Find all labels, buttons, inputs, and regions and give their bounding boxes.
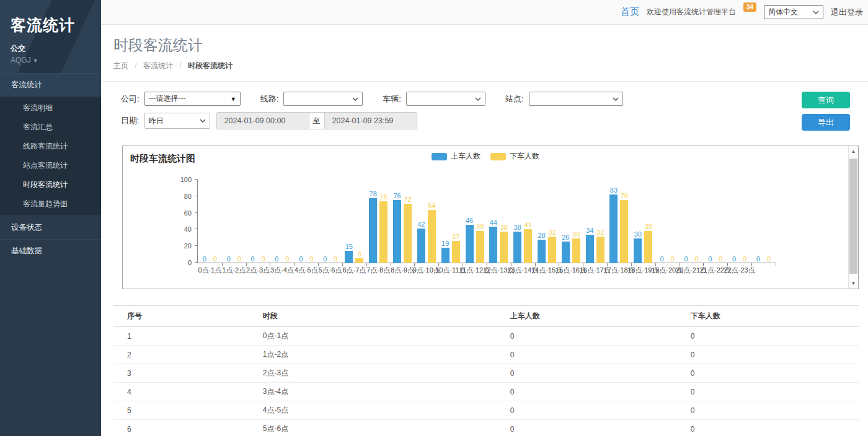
table-cell: 0: [504, 383, 684, 401]
chart-category-14点-15点: 283214点-15点: [535, 180, 559, 263]
y-axis-tick-label: 80: [169, 193, 192, 200]
sidebar-item-线路客流统计[interactable]: 线路客流统计: [0, 137, 101, 156]
legend-item-上车人数[interactable]: 上车人数: [432, 151, 480, 162]
y-axis-tick-label: 0: [169, 259, 192, 266]
breadcrumb-section[interactable]: 客流统计: [143, 61, 173, 70]
notification-badge[interactable]: 34: [743, 2, 756, 12]
bar-上车人数[interactable]: [345, 251, 353, 263]
bar-上车人数[interactable]: [489, 227, 497, 263]
sidebar-section-基础数据[interactable]: 基础数据: [0, 239, 101, 263]
sidebar-item-客流汇总[interactable]: 客流汇总: [0, 118, 101, 137]
bar-下车人数[interactable]: [379, 201, 388, 264]
bar-column: 0: [658, 255, 666, 263]
sidebar-item-客流量趋势图[interactable]: 客流量趋势图: [0, 194, 101, 214]
station-select[interactable]: [529, 92, 623, 106]
legend-label: 下车人数: [510, 151, 539, 162]
bar-column: 41: [524, 221, 532, 263]
export-button[interactable]: 导出: [802, 114, 850, 131]
bar-上车人数[interactable]: [393, 200, 401, 263]
scroll-up-icon[interactable]: ▲: [849, 149, 858, 154]
bar-上车人数[interactable]: [369, 198, 377, 263]
chart-category-1点-2点: 001点-2点: [222, 180, 246, 263]
sidebar-item-站点客流统计[interactable]: 站点客流统计: [0, 156, 101, 175]
sidebar-item-时段客流统计[interactable]: 时段客流统计: [0, 175, 101, 194]
chart-category-2点-3点: 002点-3点: [246, 180, 270, 263]
bar-上车人数[interactable]: [441, 248, 450, 263]
bar-value-label: 0: [213, 255, 217, 263]
bar-上车人数[interactable]: [466, 225, 474, 263]
chart-category-18点-19点: 303918点-19点: [631, 180, 655, 263]
date-preset-select[interactable]: 昨日: [144, 113, 210, 129]
scrollbar-thumb[interactable]: [849, 159, 857, 274]
sidebar-section-设备状态[interactable]: 设备状态: [0, 216, 101, 239]
bar-column: 0: [668, 255, 676, 263]
bar-下车人数[interactable]: [572, 238, 580, 263]
bar-下车人数[interactable]: [355, 258, 363, 263]
bar-下车人数[interactable]: [548, 237, 556, 263]
bar-value-label: 0: [694, 255, 698, 263]
table-cell: 0: [684, 327, 859, 346]
bar-column: 30: [572, 230, 580, 263]
bar-下车人数[interactable]: [404, 204, 412, 263]
bar-下车人数[interactable]: [596, 237, 604, 263]
bar-column: 32: [596, 229, 604, 263]
bar-上车人数[interactable]: [417, 229, 425, 263]
legend-item-下车人数[interactable]: 下车人数: [490, 151, 539, 162]
chart-category-20点-21点: 0020点-21点: [680, 180, 704, 263]
x-axis-tick-label: 2点-3点: [246, 266, 270, 275]
bar-下车人数[interactable]: [524, 229, 532, 263]
table-cell: 4: [113, 383, 257, 401]
bar-下车人数[interactable]: [500, 232, 508, 263]
bar-上车人数[interactable]: [562, 242, 570, 263]
bar-value-label: 0: [732, 255, 736, 263]
scroll-down-icon[interactable]: ▼: [849, 281, 858, 286]
y-axis-tick-label: 40: [169, 225, 192, 233]
query-button[interactable]: 查询: [802, 92, 850, 108]
bar-下车人数[interactable]: [644, 231, 652, 263]
language-select[interactable]: 简体中文: [764, 5, 823, 19]
org-name: 公交: [11, 43, 91, 54]
date-preset-value: 昨日: [149, 116, 164, 126]
bar-value-label: 0: [262, 255, 265, 263]
x-axis-tick-label: 8点-9点: [391, 266, 414, 275]
x-axis-tick-label: 3点-4点: [270, 266, 294, 275]
bar-column: 0: [693, 255, 701, 263]
bar-上车人数[interactable]: [513, 232, 521, 263]
logout-link[interactable]: 退出登录: [831, 7, 863, 18]
table-row: 21点-2点00: [113, 346, 859, 364]
topbar: 首页 欢迎使用客流统计管理平台 34 简体中文 退出登录: [101, 0, 868, 25]
date-to-input[interactable]: 2024-01-09 23:59: [325, 113, 417, 129]
org-code-dropdown[interactable]: AQGJ▼: [11, 56, 91, 64]
home-link[interactable]: 首页: [621, 6, 639, 18]
brand-area: 客流统计 公交 AQGJ▼: [0, 0, 101, 73]
chart-category-10点-11点: 192710点-11点: [438, 180, 463, 263]
bar-column: 0: [273, 255, 281, 263]
table-cell: 2: [113, 346, 257, 364]
sidebar-section-客流统计[interactable]: 客流统计: [0, 73, 101, 97]
bar-下车人数[interactable]: [428, 210, 436, 263]
bar-value-label: 0: [309, 255, 313, 263]
bar-上车人数[interactable]: [634, 238, 642, 263]
bar-上车人数[interactable]: [586, 235, 594, 263]
breadcrumb-home[interactable]: 主页: [113, 61, 128, 70]
bar-上车人数[interactable]: [538, 240, 546, 263]
bar-value-label: 0: [237, 255, 241, 263]
bar-value-label: 27: [452, 233, 459, 241]
bar-下车人数[interactable]: [476, 231, 484, 263]
chart-scrollbar[interactable]: ▲ ▼: [848, 146, 858, 289]
bar-下车人数[interactable]: [620, 200, 628, 263]
bar-value-label: 0: [708, 255, 712, 263]
table-cell: 3点-4点: [257, 383, 504, 401]
bar-value-label: 6: [358, 250, 361, 258]
bar-value-label: 0: [671, 255, 675, 263]
line-select[interactable]: [283, 92, 363, 106]
chart-container: 时段车流统计图 上车人数下车人数 020406080100000点-1点001点…: [122, 146, 859, 289]
vehicle-select[interactable]: [406, 92, 485, 106]
sidebar-item-客流明细[interactable]: 客流明细: [0, 98, 101, 118]
filter-panel: 公司: ---请选择--- ▼ 线路: 车辆: 站点: 日期:: [113, 82, 859, 129]
company-select[interactable]: ---请选择--- ▼: [144, 92, 241, 106]
bar-上车人数[interactable]: [609, 194, 618, 263]
date-from-input[interactable]: 2024-01-09 00:00: [217, 113, 309, 129]
bar-下车人数[interactable]: [452, 241, 460, 263]
breadcrumb-separator: /: [135, 61, 136, 70]
